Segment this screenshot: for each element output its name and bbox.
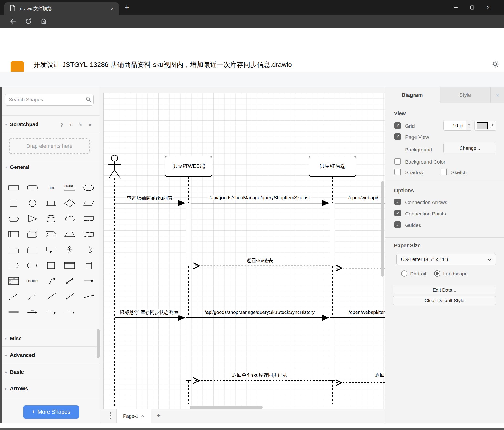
shape-document[interactable] <box>79 211 98 226</box>
search-icon[interactable] <box>85 96 92 103</box>
paper-size-select[interactable]: US-Letter (8,5" x 11") <box>396 254 496 265</box>
shape-dotted-line[interactable] <box>23 289 42 304</box>
close-icon[interactable]: × <box>89 122 92 128</box>
message-label[interactable]: 返回单个sku库存同步记录 <box>231 372 288 378</box>
shape-curve[interactable] <box>42 273 60 289</box>
shape-container[interactable] <box>42 258 60 273</box>
shape-vertical-container[interactable] <box>79 258 98 273</box>
shape-rectangle[interactable] <box>4 180 23 196</box>
shape-bidirectional-arrow[interactable] <box>60 273 79 289</box>
message-label[interactable]: 返回 <box>374 372 385 378</box>
portrait-radio[interactable] <box>401 271 407 277</box>
message-label[interactable]: /api/goods/shopManage/querySkuStockSyncH… <box>204 310 316 315</box>
pages-menu-icon[interactable] <box>110 412 111 419</box>
message-label[interactable]: /open/webapi/ <box>347 195 379 200</box>
background-color-checkbox[interactable] <box>395 158 401 165</box>
message-label[interactable]: /open/webapi/item <box>347 310 385 315</box>
shape-ellipse[interactable] <box>79 180 98 196</box>
shape-double-arrow[interactable] <box>60 289 79 304</box>
shape-cloud[interactable] <box>60 211 79 226</box>
shape-tape[interactable] <box>79 226 98 242</box>
shape-square[interactable] <box>4 196 23 211</box>
section-basic[interactable]: ▸ Basic <box>5 369 24 375</box>
page-view-checkbox[interactable]: ✓ <box>395 133 401 140</box>
shape-cube[interactable] <box>23 226 42 242</box>
lifeline-backend[interactable]: 供应链后端 <box>309 156 356 177</box>
shape-parallelogram[interactable] <box>79 196 98 211</box>
shape-delay[interactable] <box>4 258 23 273</box>
window-maximize-button[interactable] <box>464 0 480 15</box>
page-tab[interactable]: Page-1 <box>117 409 151 423</box>
canvas-horizontal-scrollbar[interactable] <box>190 406 263 409</box>
panel-close-icon[interactable]: × <box>491 87 504 103</box>
sketch-checkbox[interactable] <box>441 169 447 175</box>
sidebar-scrollbar[interactable] <box>97 329 99 358</box>
shape-or[interactable] <box>79 242 98 258</box>
clear-default-style-button[interactable]: Clear Default Style <box>393 296 496 305</box>
shape-link[interactable] <box>79 289 98 304</box>
connection-arrows-checkbox[interactable]: ✓ <box>395 198 401 205</box>
shape-triangle[interactable] <box>23 211 42 226</box>
add-page-button[interactable]: + <box>157 411 161 420</box>
background-change-button[interactable]: Change... <box>443 143 496 153</box>
edit-icon[interactable]: ✎ <box>78 122 82 128</box>
shape-internal-storage[interactable] <box>4 226 23 242</box>
shape-actor[interactable] <box>60 242 79 258</box>
shape-arrow-right[interactable] <box>79 273 98 289</box>
home-icon[interactable] <box>40 18 48 25</box>
tab-diagram[interactable]: Diagram <box>385 87 440 103</box>
shape-list[interactable]: ListItem 1Item 2Item 3 <box>4 273 23 289</box>
new-tab-button[interactable]: + <box>122 3 132 11</box>
canvas-vertical-scrollbar[interactable] <box>381 181 384 277</box>
message-label[interactable]: 返回sku链表 <box>245 258 274 264</box>
search-input[interactable] <box>5 94 94 106</box>
connection-points-checkbox[interactable]: ✓ <box>395 210 401 216</box>
scratchpad-dropzone[interactable]: Drag elements here <box>9 138 90 154</box>
landscape-radio[interactable] <box>434 271 440 277</box>
section-general[interactable]: ▾ General <box>5 164 29 170</box>
browser-tab[interactable]: drawio文件预览 × <box>4 2 119 15</box>
shape-hexagon[interactable] <box>4 211 23 226</box>
section-misc[interactable]: ▸ Misc <box>5 335 21 342</box>
help-icon[interactable]: ? <box>60 122 63 128</box>
grid-size-input[interactable] <box>443 121 466 131</box>
shape-rounded-rectangle[interactable] <box>23 180 42 196</box>
section-arrows[interactable]: ▸ Arrows <box>5 386 28 392</box>
grid-checkbox[interactable]: ✓ <box>395 122 401 129</box>
shape-diamond[interactable] <box>60 196 79 211</box>
section-advanced[interactable]: ▸ Advanced <box>5 352 35 358</box>
window-close-button[interactable]: ✕ <box>480 0 496 15</box>
scratchpad-header[interactable]: ▾ Scratchpad <box>5 121 38 128</box>
back-icon[interactable] <box>9 18 17 25</box>
shape-step[interactable] <box>42 226 60 242</box>
shape-list-item[interactable]: List Item <box>23 273 42 289</box>
message-label[interactable]: 鼠标悬浮 库存同步状态列表 <box>119 309 180 316</box>
tab-close-icon[interactable]: × <box>111 6 114 11</box>
message-label[interactable]: /api/goods/shopManage/queryShopItemSkuLi… <box>208 195 311 200</box>
shape-callout[interactable] <box>42 242 60 258</box>
shape-textbox[interactable]: Heading <box>60 180 79 196</box>
window-minimize-button[interactable]: — <box>448 0 464 15</box>
shape-process[interactable] <box>42 196 60 211</box>
refresh-icon[interactable] <box>25 18 32 25</box>
more-shapes-button[interactable]: +More Shapes <box>23 405 79 419</box>
shape-window[interactable] <box>60 258 79 273</box>
shadow-checkbox[interactable] <box>395 169 401 175</box>
shape-data-storage[interactable] <box>23 258 42 273</box>
diagram-canvas[interactable]: 供应链WEB端 供应链后端 查询店铺商品sku列表 /api/goods/sho… <box>100 87 385 409</box>
shape-labeled-arrow[interactable]: Label <box>23 304 42 320</box>
shape-circle[interactable] <box>23 196 42 211</box>
message-label[interactable]: 查询店铺商品sku列表 <box>126 195 173 201</box>
theme-toggle-icon[interactable] <box>491 60 499 69</box>
shape-text[interactable]: Text <box>42 180 60 196</box>
add-icon[interactable]: + <box>69 122 72 128</box>
tab-style[interactable]: Style <box>440 87 491 103</box>
shape-bold-line[interactable] <box>4 304 23 320</box>
shape-cylinder[interactable] <box>42 211 60 226</box>
sequence-diagram[interactable] <box>100 87 385 409</box>
shape-source-arrow[interactable] <box>42 304 60 320</box>
shape-dashed-line[interactable] <box>4 289 23 304</box>
grid-size-stepper[interactable]: ▲▼ <box>466 121 472 131</box>
shape-card[interactable] <box>23 242 42 258</box>
grid-color-button[interactable] <box>474 121 496 131</box>
